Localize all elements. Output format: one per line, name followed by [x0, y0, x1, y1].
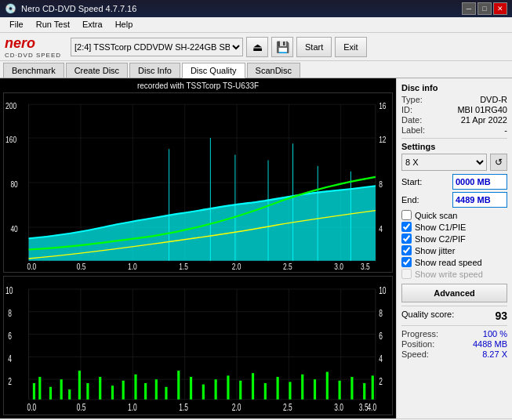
svg-text:6: 6 [8, 330, 12, 341]
svg-text:3.0: 3.0 [334, 262, 343, 272]
tab-disc-info[interactable]: Disc Info [129, 63, 180, 78]
svg-text:0.0: 0.0 [27, 262, 36, 272]
chart-title: recorded with TSSTcorp TS-U633F [137, 81, 259, 90]
svg-text:2: 2 [8, 375, 12, 386]
disc-date-value: 21 Apr 2022 [461, 115, 507, 125]
svg-text:2.5: 2.5 [283, 262, 292, 272]
svg-rect-63 [144, 383, 147, 400]
start-input[interactable] [452, 174, 507, 190]
eject-button[interactable]: ⏏ [246, 37, 268, 57]
svg-rect-60 [111, 386, 114, 400]
end-input[interactable] [452, 192, 507, 208]
menu-extra[interactable]: Extra [76, 19, 109, 31]
svg-text:8: 8 [8, 307, 12, 318]
svg-text:160: 160 [5, 134, 16, 144]
speed-select[interactable]: 8 X 1 X 2 X 4 X 12 X 16 X [401, 154, 487, 171]
svg-text:4: 4 [379, 223, 383, 234]
app-icon: 💿 [5, 3, 16, 14]
drive-select[interactable]: [2:4] TSSTcorp CDDVDW SH-224GB SB00 [71, 38, 243, 56]
svg-rect-79 [339, 381, 341, 400]
svg-text:0.5: 0.5 [77, 401, 86, 412]
chart-area: recorded with TSSTcorp TS-U633F [0, 78, 396, 418]
minimize-button[interactable]: ─ [462, 2, 476, 15]
disc-id-row: ID: MBI 01RG40 [401, 105, 507, 114]
svg-rect-72 [252, 373, 254, 400]
progress-label: Progress: [401, 329, 438, 339]
speed-stat-label: Speed: [401, 349, 429, 359]
start-label: Start: [401, 177, 422, 186]
svg-text:6: 6 [379, 330, 383, 341]
svg-text:8: 8 [379, 307, 383, 318]
app-title: Nero CD-DVD Speed 4.7.7.16 [21, 4, 136, 13]
disc-label-row: Label: - [401, 125, 507, 135]
svg-text:2.0: 2.0 [232, 262, 241, 272]
svg-text:80: 80 [10, 179, 18, 189]
svg-text:2: 2 [379, 375, 383, 386]
menu-file[interactable]: File [3, 19, 30, 31]
show-jitter-checkbox[interactable] [401, 245, 412, 255]
svg-rect-73 [264, 383, 267, 400]
svg-rect-55 [60, 379, 63, 400]
disc-type-label: Type: [401, 95, 423, 104]
svg-text:12: 12 [379, 134, 387, 144]
svg-rect-69 [215, 379, 217, 400]
speed-stat-value: 8.27 X [482, 349, 507, 359]
title-bar: 💿 Nero CD-DVD Speed 4.7.7.16 ─ □ ✕ [0, 0, 512, 17]
quality-score-value: 93 [495, 310, 507, 322]
disc-label-label: Label: [401, 125, 425, 135]
disc-type-row: Type: DVD-R [401, 95, 507, 104]
disc-info-title: Disc info [401, 83, 507, 92]
svg-text:10: 10 [5, 285, 13, 296]
disc-id-value: MBI 01RG40 [457, 105, 507, 114]
logo: nero CD·DVD SPEED [5, 35, 61, 59]
quality-score-label: Quality score: [401, 310, 454, 322]
tab-benchmark[interactable]: Benchmark [3, 63, 64, 78]
svg-text:3.0: 3.0 [334, 401, 343, 412]
svg-text:40: 40 [10, 223, 18, 234]
svg-text:8: 8 [379, 179, 383, 189]
svg-rect-78 [326, 372, 329, 400]
upper-chart: 200 160 80 40 16 12 8 4 0.0 0.5 1.0 1.5 … [3, 92, 393, 273]
end-label: End: [401, 195, 419, 205]
menu-bar: File Run Test Extra Help [0, 17, 512, 33]
show-read-speed-label: Show read speed [415, 258, 482, 267]
svg-rect-70 [227, 375, 229, 399]
show-write-speed-row: Show write speed [401, 269, 507, 279]
tab-create-disc[interactable]: Create Disc [66, 63, 128, 78]
close-button[interactable]: ✕ [493, 2, 507, 15]
tabs: Benchmark Create Disc Disc Info Disc Qua… [0, 61, 512, 78]
svg-rect-71 [239, 381, 241, 400]
menu-help[interactable]: Help [109, 19, 140, 31]
menu-run-test[interactable]: Run Test [30, 19, 76, 31]
advanced-button[interactable]: Advanced [401, 284, 507, 302]
tab-disc-quality[interactable]: Disc Quality [182, 63, 245, 78]
svg-text:0.0: 0.0 [27, 401, 36, 412]
position-row: Position: 4488 MB [401, 339, 507, 349]
speed-refresh-button[interactable]: ↺ [490, 154, 507, 171]
show-jitter-row: Show jitter [401, 245, 507, 255]
show-c2pif-label: Show C2/PIF [415, 234, 466, 244]
disc-id-label: ID: [401, 105, 412, 114]
disc-date-row: Date: 21 Apr 2022 [401, 115, 507, 125]
tab-scan-disc[interactable]: ScanDisc [247, 63, 300, 78]
show-read-speed-checkbox[interactable] [401, 257, 412, 267]
show-c2pif-checkbox[interactable] [401, 234, 412, 244]
show-write-speed-checkbox [401, 269, 412, 279]
svg-rect-77 [314, 379, 316, 400]
svg-rect-68 [202, 385, 205, 400]
lower-chart: 10 8 6 4 2 10 8 6 4 2 0.0 0.5 1.0 1.5 2.… [3, 276, 393, 415]
maximize-button[interactable]: □ [478, 2, 492, 15]
svg-rect-52 [33, 383, 35, 400]
svg-rect-59 [99, 377, 101, 400]
svg-text:4.0: 4.0 [367, 401, 376, 412]
exit-button[interactable]: Exit [335, 37, 366, 57]
start-button[interactable]: Start [296, 37, 332, 57]
save-button[interactable]: 💾 [271, 37, 293, 57]
quick-scan-checkbox[interactable] [401, 210, 412, 220]
progress-value: 100 % [483, 329, 507, 339]
show-c1pie-label: Show C1/PIE [415, 223, 466, 232]
show-jitter-label: Show jitter [415, 246, 455, 255]
show-c1pie-checkbox[interactable] [401, 222, 412, 232]
svg-text:2.0: 2.0 [232, 401, 241, 412]
disc-label-value: - [504, 125, 507, 135]
